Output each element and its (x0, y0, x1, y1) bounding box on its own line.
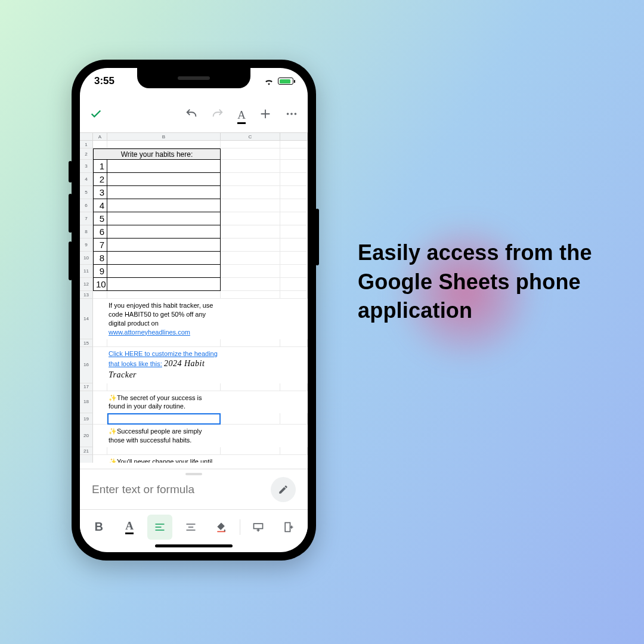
top-toolbar: A (80, 101, 308, 129)
row-header[interactable]: 20 (80, 425, 93, 447)
habit-number-cell[interactable]: 4 (93, 199, 107, 212)
undo-icon (185, 107, 198, 120)
insert-row-button[interactable] (246, 515, 271, 540)
habit-number-cell[interactable]: 8 (93, 252, 107, 265)
habit-input-cell[interactable] (107, 186, 221, 199)
row-header[interactable]: 8 (80, 225, 93, 239)
formula-bar[interactable] (80, 469, 308, 509)
more-button[interactable] (285, 107, 298, 123)
habit-number-cell[interactable]: 2 (93, 173, 107, 186)
habit-number-cell[interactable]: 1 (93, 160, 107, 173)
pencil-icon (278, 484, 289, 495)
row-header[interactable]: 14 (80, 299, 93, 339)
habit-input-cell[interactable] (107, 252, 221, 265)
marketing-caption: Easily access from the Google Sheets pho… (358, 239, 608, 326)
customize-link[interactable]: that looks like this: (109, 360, 162, 367)
promo-cell[interactable]: If you enjoyed this habit tracker, use c… (107, 299, 221, 339)
row-header[interactable]: 19 (80, 413, 93, 425)
habit-input-cell[interactable] (107, 199, 221, 212)
row-header[interactable]: 22 (80, 455, 93, 463)
row-header[interactable]: 10 (80, 252, 93, 265)
row-header[interactable]: 12 (80, 278, 93, 291)
column-header[interactable] (280, 133, 308, 140)
drag-handle[interactable] (185, 473, 202, 475)
align-left-icon (154, 521, 166, 533)
phone-side-button (315, 209, 319, 265)
promo-link[interactable]: www.attorneyheadlines.com (109, 329, 190, 336)
home-indicator[interactable] (155, 544, 233, 547)
svg-point-0 (287, 113, 289, 115)
svg-rect-5 (285, 522, 290, 531)
row-header[interactable]: 16 (80, 347, 93, 383)
selected-cell[interactable] (107, 413, 221, 425)
row-header[interactable]: 4 (80, 173, 93, 186)
svg-point-1 (290, 113, 293, 115)
row-header[interactable]: 17 (80, 383, 93, 391)
quote-cell[interactable]: ✨Successful people are simply those with… (107, 425, 221, 447)
paint-bucket-icon (215, 521, 227, 533)
habit-input-cell[interactable] (107, 239, 221, 252)
align-center-button[interactable] (178, 515, 203, 540)
row-header[interactable]: 21 (80, 447, 93, 455)
habit-input-cell[interactable] (107, 173, 221, 186)
format-toolbar: B A (80, 509, 308, 544)
edit-button[interactable] (271, 477, 296, 502)
row-header[interactable]: 2 (80, 148, 93, 160)
battery-icon (278, 78, 293, 85)
phone-frame: 3:55 A A B C (72, 60, 316, 561)
row-header[interactable]: 13 (80, 291, 93, 299)
formula-input[interactable] (92, 483, 264, 496)
add-button[interactable] (259, 107, 272, 123)
quote-cell[interactable]: ✨You'll never change your life until you… (107, 455, 221, 463)
spreadsheet-grid[interactable]: A B C 1 2 Write your habits here: 31 42 … (80, 132, 308, 463)
column-header[interactable]: C (221, 133, 280, 140)
check-icon (89, 107, 103, 120)
row-header[interactable]: 5 (80, 186, 93, 199)
separator (240, 519, 240, 535)
habit-number-cell[interactable]: 6 (93, 225, 107, 239)
status-time: 3:55 (94, 75, 114, 87)
svg-rect-3 (218, 531, 225, 532)
customize-link[interactable]: Click HERE to customize the heading (109, 350, 218, 357)
habit-input-cell[interactable] (107, 212, 221, 225)
row-header[interactable]: 11 (80, 265, 93, 278)
fill-color-button[interactable] (209, 515, 234, 540)
row-header[interactable]: 18 (80, 391, 93, 414)
habit-number-cell[interactable]: 9 (93, 265, 107, 278)
insert-column-button[interactable] (276, 515, 301, 540)
text-color-button[interactable]: A (117, 515, 142, 540)
svg-rect-4 (253, 524, 262, 528)
undo-button[interactable] (185, 107, 198, 123)
redo-button[interactable] (211, 107, 224, 123)
habit-number-cell[interactable]: 3 (93, 186, 107, 199)
text-format-button[interactable]: A (237, 109, 246, 122)
redo-icon (211, 107, 224, 120)
habit-input-cell[interactable] (107, 160, 221, 173)
habit-number-cell[interactable]: 10 (93, 278, 107, 291)
column-header[interactable]: B (107, 133, 221, 140)
row-header[interactable]: 15 (80, 339, 93, 347)
insert-column-icon (283, 521, 295, 533)
row-header[interactable]: 1 (80, 141, 93, 148)
row-header[interactable]: 3 (80, 160, 93, 173)
habit-input-cell[interactable] (107, 278, 221, 291)
row-header[interactable]: 7 (80, 212, 93, 225)
habit-input-cell[interactable] (107, 265, 221, 278)
customize-cell[interactable]: Click HERE to customize the heading that… (107, 347, 221, 383)
column-headers[interactable]: A B C (80, 132, 308, 141)
select-all-corner[interactable] (80, 133, 93, 140)
habit-input-cell[interactable] (107, 225, 221, 239)
bold-button[interactable]: B (86, 515, 112, 540)
habit-number-cell[interactable]: 7 (93, 239, 107, 252)
column-header[interactable]: A (93, 133, 107, 140)
wifi-icon (264, 78, 274, 85)
quote-cell[interactable]: ✨The secret of your success is found in … (107, 391, 221, 414)
phone-side-button (69, 242, 72, 280)
plus-icon (259, 107, 272, 120)
row-header[interactable]: 6 (80, 199, 93, 212)
confirm-button[interactable] (89, 107, 103, 123)
habits-header-cell[interactable]: Write your habits here: (93, 148, 221, 160)
align-left-button[interactable] (147, 515, 172, 540)
row-header[interactable]: 9 (80, 239, 93, 252)
habit-number-cell[interactable]: 5 (93, 212, 107, 225)
